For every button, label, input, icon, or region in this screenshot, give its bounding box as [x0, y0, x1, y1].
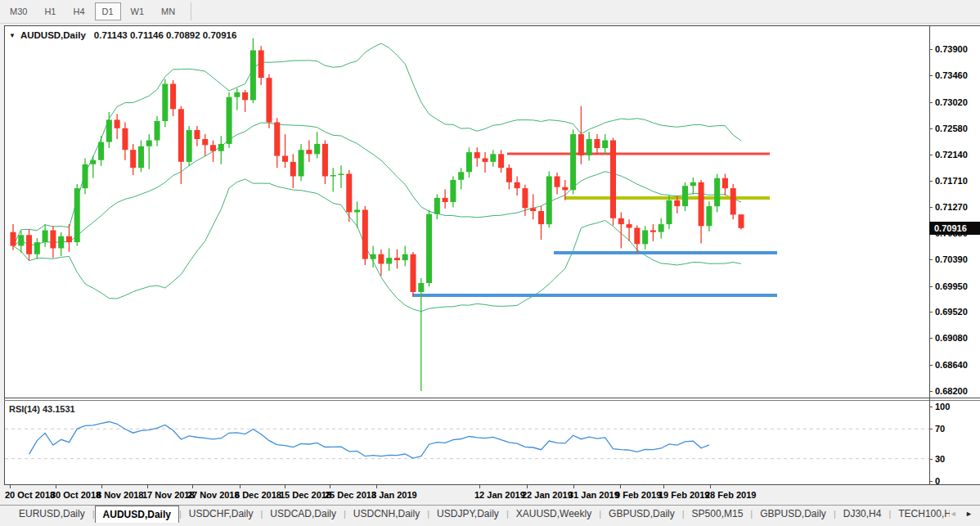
date-tick [147, 484, 148, 488]
date-tick-label: 30 Oct 2018 [51, 490, 101, 500]
symbol-dropdown-icon[interactable]: ▼ [9, 32, 16, 39]
timeframe-button-mn[interactable]: MN [154, 2, 182, 20]
tabs-scroll-left-icon[interactable]: ◄ [946, 510, 960, 518]
horizontal-level-lines[interactable] [412, 153, 777, 298]
price-tick [929, 391, 933, 392]
price-tick [929, 207, 933, 208]
timeframe-toolbar: M30 H1 H4 D1 W1 MN [0, 0, 980, 24]
price-chart-canvas[interactable] [5, 26, 929, 398]
price-tick [929, 312, 933, 312]
tab-gbpusd-daily[interactable]: GBPUSD,Daily [601, 506, 682, 523]
date-tick [285, 484, 285, 488]
tab-eurusd-daily[interactable]: EURUSD,Daily [11, 506, 92, 523]
price-tick [929, 338, 933, 339]
price-tick [929, 75, 933, 76]
tab-gbpusd-daily-2[interactable]: GBPUSD,Daily [753, 506, 834, 523]
tab-usdchf-daily[interactable]: USDCHF,Daily [182, 506, 261, 523]
date-tick-label: 22 Jan 2019 [522, 490, 573, 500]
date-tick [573, 484, 574, 488]
tab-xauusd-weekly[interactable]: XAUUSD,Weekly [509, 506, 599, 523]
rsi-tick-label: 100 [935, 402, 950, 411]
price-tick-label: 0.71270 [935, 202, 968, 212]
chart-tabs-bar: EURUSD,Daily| AUDUSD,Daily| USDCHF,Daily… [0, 505, 980, 526]
date-tick [101, 484, 102, 488]
tab-usdcad-daily[interactable]: USDCAD,Daily [263, 506, 344, 523]
timeframe-button-h4[interactable]: H4 [65, 2, 92, 20]
date-tick [663, 484, 664, 488]
rsi-tick [929, 459, 933, 460]
tabs-scroll-right-icon[interactable]: ► [962, 510, 976, 518]
date-tick [620, 484, 621, 488]
rsi-indicator-canvas[interactable] [5, 401, 929, 484]
price-tick-label: 0.69080 [935, 333, 968, 343]
date-tick-label: 9 Feb 2019 [615, 490, 661, 500]
date-axis[interactable]: 20 Oct 201830 Oct 20188 Nov 201817 Nov 2… [0, 484, 980, 504]
rsi-tick [929, 429, 933, 429]
price-tick-label: 0.73460 [935, 70, 968, 80]
date-tick [10, 484, 11, 488]
date-tick-label: 31 Jan 2019 [569, 490, 619, 500]
date-tick-label: 12 Jan 2019 [474, 490, 525, 500]
price-tick-label: 0.68640 [935, 360, 968, 370]
date-tick-label: 8 Nov 2018 [97, 490, 143, 500]
date-tick-label: 19 Feb 2019 [659, 490, 709, 500]
toolbar-separator [191, 2, 191, 20]
price-tick-label: 0.73900 [935, 44, 968, 54]
date-tick-label: 15 Dec 2018 [280, 490, 331, 500]
date-tick-label: 20 Oct 2018 [5, 490, 55, 500]
price-tick [929, 102, 933, 103]
date-tick [56, 484, 56, 488]
price-tick-label: 0.69950 [935, 281, 968, 291]
price-tick-label: 0.72140 [935, 150, 968, 160]
timeframe-button-w1[interactable]: W1 [124, 2, 152, 20]
price-tick [929, 259, 933, 260]
date-tick [376, 484, 377, 488]
date-tick [240, 484, 241, 488]
price-tick [929, 365, 933, 366]
rsi-line [29, 422, 709, 459]
date-tick [527, 484, 528, 488]
date-tick-label: 3 Jan 2019 [371, 490, 417, 500]
rsi-tick [929, 407, 933, 407]
date-tick-label: 27 Nov 2018 [187, 490, 240, 500]
rsi-indicator-label: RSI(14) 43.1531 [9, 404, 75, 414]
date-tick [710, 484, 711, 488]
date-tick [479, 484, 480, 488]
price-tick [929, 49, 933, 50]
timeframe-button-d1[interactable]: D1 [95, 2, 121, 20]
chart-ohlc-values: 0.71143 0.71146 0.70892 0.70916 [94, 30, 237, 40]
price-tick [929, 286, 933, 287]
tab-usdjpy-daily[interactable]: USDJPY,Daily [429, 506, 506, 523]
chart-title: ▼AUDUSD,Daily0.71143 0.71146 0.70892 0.7… [9, 30, 236, 40]
rsi-tick-label: 30 [935, 454, 945, 464]
rsi-level-lines [5, 429, 929, 458]
date-tick-label: 6 Dec 2018 [235, 490, 281, 500]
tab-tech100[interactable]: TECH100,H1 [891, 506, 950, 523]
main-pane-bottom-border [4, 398, 980, 398]
tab-usdcnh-daily[interactable]: USDCNH,Daily [346, 506, 427, 523]
price-tick [929, 155, 933, 155]
date-tick [192, 484, 193, 488]
timeframe-button-h1[interactable]: H1 [37, 2, 63, 20]
date-tick-label: 28 Feb 2019 [705, 490, 756, 500]
date-tick-label: 25 Dec 2018 [325, 490, 376, 500]
rsi-tick-label: 70 [935, 424, 945, 434]
price-tick-label: 0.72580 [935, 124, 968, 133]
timeframe-button-m30[interactable]: M30 [2, 2, 34, 20]
price-tick-label: 0.69520 [935, 307, 968, 317]
price-tick-label: 0.73020 [935, 97, 968, 107]
chart-symbol-label: AUDUSD,Daily [20, 30, 86, 40]
tab-audusd-daily[interactable]: AUDUSD,Daily [95, 506, 179, 523]
price-tick-label: 0.68200 [935, 386, 968, 396]
tab-dj30-h4[interactable]: DJ30,H4 [836, 506, 889, 523]
tab-sp500-m15[interactable]: SP500,M15 [685, 506, 751, 523]
date-tick [330, 484, 330, 488]
price-tick [929, 181, 933, 182]
bollinger-bands [13, 43, 741, 312]
rsi-axis[interactable]: 10070300 [929, 401, 980, 484]
candlesticks [11, 38, 744, 391]
current-price-badge: 0.70916 [929, 222, 980, 235]
price-tick [929, 128, 933, 129]
price-tick-label: 0.70390 [935, 254, 968, 264]
price-tick-label: 0.71710 [935, 176, 968, 186]
